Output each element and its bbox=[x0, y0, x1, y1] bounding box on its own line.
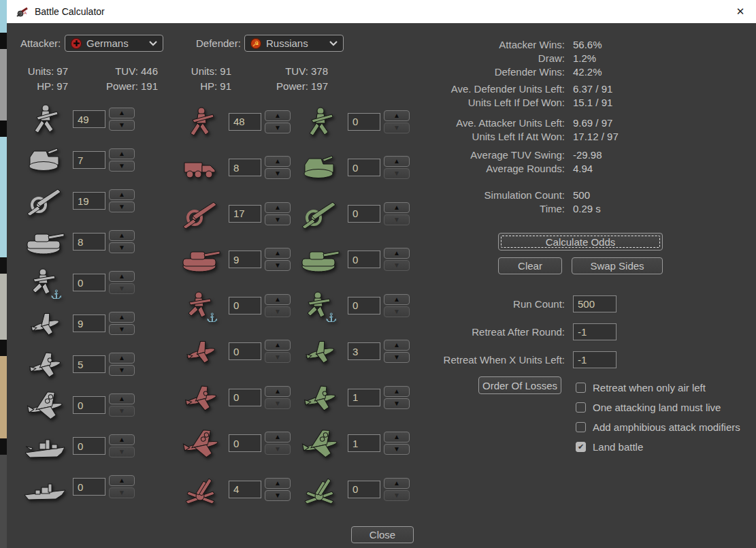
greens-marine-count-input[interactable] bbox=[348, 297, 380, 315]
greens-aagun-count-input[interactable] bbox=[348, 481, 380, 498]
attacker-artillery-count-input[interactable] bbox=[73, 192, 105, 210]
spinner-up-icon[interactable]: ▲ bbox=[384, 478, 410, 489]
greens-bomber-count-input[interactable] bbox=[348, 434, 380, 452]
spinner-down-icon[interactable]: ▼ bbox=[265, 306, 291, 317]
spinner-up-icon[interactable]: ▲ bbox=[265, 156, 291, 167]
spinner-up-icon[interactable]: ▲ bbox=[109, 434, 135, 445]
result-value: 42.2% bbox=[573, 65, 675, 79]
spinner-down-icon[interactable]: ▼ bbox=[265, 490, 291, 501]
greens-tank-count-input[interactable] bbox=[348, 251, 380, 268]
land-battle-checkbox[interactable]: ✔ bbox=[576, 442, 586, 452]
spinner-up-icon[interactable]: ▲ bbox=[265, 294, 291, 305]
retreat-when-only-air-left-checkbox[interactable] bbox=[576, 383, 586, 393]
russians-bomber-count-input[interactable] bbox=[229, 434, 261, 452]
spinner-down-icon[interactable]: ▼ bbox=[109, 242, 135, 253]
swap-sides-button[interactable]: Swap Sides bbox=[572, 257, 663, 274]
spinner-down-icon[interactable]: ▼ bbox=[109, 202, 135, 212]
spinner-up-icon[interactable]: ▲ bbox=[109, 108, 135, 118]
spinner-up-icon[interactable]: ▲ bbox=[384, 386, 410, 397]
spinner-up-icon[interactable]: ▲ bbox=[265, 432, 291, 442]
russians-tank-count-input[interactable] bbox=[229, 251, 261, 268]
spinner-down-icon[interactable]: ▼ bbox=[109, 365, 135, 376]
spinner-down-icon[interactable]: ▼ bbox=[109, 487, 135, 498]
spinner-down-icon[interactable]: ▼ bbox=[384, 490, 410, 501]
russians-infantry-count-input[interactable] bbox=[229, 113, 261, 131]
retreat-when-x-units-left-input[interactable] bbox=[573, 351, 617, 368]
spinner-down-icon[interactable]: ▼ bbox=[109, 406, 135, 417]
spinner-up-icon[interactable]: ▲ bbox=[265, 478, 291, 489]
spinner-up-icon[interactable]: ▲ bbox=[109, 230, 135, 241]
russians-tacbomber-count-input[interactable] bbox=[229, 389, 261, 406]
checkbox-label[interactable]: Add amphibious attack modifiers bbox=[593, 421, 740, 433]
attacker-bomber-count-input[interactable] bbox=[73, 396, 105, 414]
spinner-down-icon[interactable]: ▼ bbox=[265, 260, 291, 271]
spinner-down-icon[interactable]: ▼ bbox=[384, 444, 410, 455]
spinner-up-icon[interactable]: ▲ bbox=[109, 148, 135, 159]
spinner-up-icon[interactable]: ▲ bbox=[265, 110, 291, 121]
spinner-up-icon[interactable]: ▲ bbox=[109, 353, 135, 364]
russians-aagun-count-input[interactable] bbox=[229, 481, 261, 498]
bomber-icon bbox=[179, 427, 223, 460]
spinner-down-icon[interactable]: ▼ bbox=[109, 447, 135, 457]
checkbox-label[interactable]: Retreat when only air left bbox=[593, 382, 706, 393]
attacker-tacbomber-count-input[interactable] bbox=[73, 355, 105, 373]
defender-nation-select[interactable]: ☭ Russians bbox=[244, 35, 344, 52]
attacker-tuv-stat: TUV: 446 bbox=[68, 64, 158, 79]
add-amphibious-attack-modifiers-checkbox[interactable] bbox=[576, 422, 586, 432]
run-count-input[interactable] bbox=[573, 295, 617, 312]
spinner-up-icon[interactable]: ▲ bbox=[109, 475, 135, 486]
russians-truck-count-input[interactable] bbox=[229, 159, 261, 176]
spinner-up-icon[interactable]: ▲ bbox=[265, 202, 291, 213]
greens-fighter-count-input[interactable] bbox=[348, 342, 380, 360]
attacker-nation-select[interactable]: ✚ Germans bbox=[65, 35, 163, 52]
checkbox-label[interactable]: Land battle bbox=[593, 441, 643, 453]
spinner-up-icon[interactable]: ▲ bbox=[384, 248, 410, 259]
clear-button[interactable]: Clear bbox=[498, 257, 562, 274]
attacker-battleship-count-input[interactable] bbox=[73, 437, 105, 455]
russians-artillery-count-input[interactable] bbox=[229, 205, 261, 223]
spinner-down-icon[interactable]: ▼ bbox=[265, 444, 291, 455]
spinner-down-icon[interactable]: ▼ bbox=[265, 352, 291, 363]
spinner-up-icon[interactable]: ▲ bbox=[265, 248, 291, 259]
attacker-cruiser-count-input[interactable] bbox=[73, 478, 105, 496]
greens-artillery-count-input[interactable] bbox=[348, 205, 380, 223]
result-row-units-left-if-att-won: Units Left If Att Won:17.12 / 97 bbox=[401, 130, 682, 144]
spinner-up-icon[interactable]: ▲ bbox=[265, 340, 291, 351]
one-attacking-land-must-live-checkbox[interactable] bbox=[576, 402, 586, 413]
result-label: Time: bbox=[401, 202, 565, 216]
spinner-down-icon[interactable]: ▼ bbox=[384, 398, 410, 409]
field-label: Retreat After Round: bbox=[401, 326, 565, 338]
spinner-down-icon[interactable]: ▼ bbox=[109, 120, 135, 131]
spinner-down-icon[interactable]: ▼ bbox=[109, 324, 135, 335]
russians-fighter-count-input[interactable] bbox=[229, 342, 261, 360]
spinner-up-icon[interactable]: ▲ bbox=[265, 386, 291, 397]
spinner-down-icon[interactable]: ▼ bbox=[265, 168, 291, 179]
greens-tacbomber-count-input[interactable] bbox=[348, 389, 380, 406]
retreat-after-round-input[interactable] bbox=[573, 323, 617, 340]
attacker-infantry-count-input[interactable] bbox=[73, 110, 105, 128]
result-value: 1.2% bbox=[573, 52, 675, 65]
spinner-up-icon[interactable]: ▲ bbox=[109, 271, 135, 282]
spinner-down-icon[interactable]: ▼ bbox=[109, 283, 135, 294]
calculate-odds-button[interactable]: Calculate Odds bbox=[498, 233, 663, 251]
order-of-losses-button[interactable]: Order Of Losses bbox=[478, 376, 561, 394]
close-window-icon[interactable]: ✕ bbox=[725, 0, 756, 23]
checkbox-label[interactable]: One attacking land must live bbox=[593, 402, 721, 413]
spinner-down-icon[interactable]: ▼ bbox=[265, 398, 291, 409]
spinner-down-icon[interactable]: ▼ bbox=[109, 161, 135, 172]
spinner-down-icon[interactable]: ▼ bbox=[265, 123, 291, 133]
attacker-fighter-count-input[interactable] bbox=[73, 315, 105, 332]
spinner-up-icon[interactable]: ▲ bbox=[109, 393, 135, 404]
greens-infantry-count-input[interactable] bbox=[348, 113, 380, 131]
spinner-up-icon[interactable]: ▲ bbox=[109, 189, 135, 200]
spinner-up-icon[interactable]: ▲ bbox=[109, 312, 135, 323]
spinner-down-icon[interactable]: ▼ bbox=[265, 214, 291, 225]
spinner-up-icon[interactable]: ▲ bbox=[384, 432, 410, 442]
attacker-tank-count-input[interactable] bbox=[73, 233, 105, 251]
russians-marine-count-input[interactable] bbox=[229, 297, 261, 315]
greens-halftrack-count-input[interactable] bbox=[348, 159, 380, 176]
close-button[interactable]: Close bbox=[351, 526, 414, 543]
spinner-down-icon[interactable]: ▼ bbox=[384, 260, 410, 271]
attacker-halftrack-count-input[interactable] bbox=[73, 151, 105, 169]
attacker-marine-count-input[interactable] bbox=[73, 274, 105, 291]
